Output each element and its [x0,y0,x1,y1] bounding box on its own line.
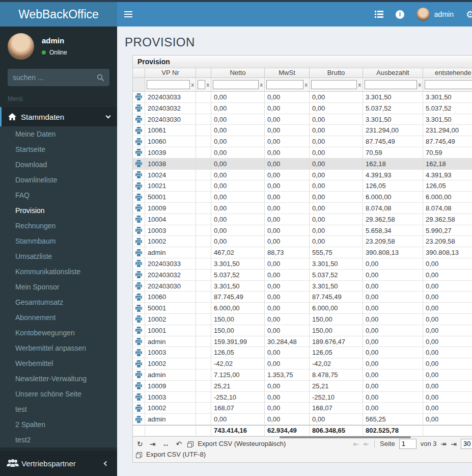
print-button[interactable] [133,369,145,381]
filter-input[interactable] [213,80,259,89]
sidebar-toggle-button[interactable] [117,2,140,27]
print-button[interactable] [133,225,145,236]
column-header-ausbezahlt[interactable]: Ausbezahlt [363,68,423,78]
sidebar-item-kontobewegungen[interactable]: Kontobewegungen [0,325,117,340]
sidebar-item-stammbaum[interactable]: Stammbaum [0,233,117,249]
table-row[interactable]: 100600,000,000,0087.745,4987.745,49 [133,136,472,147]
sidebar-item-werbemittel[interactable]: Werbemittel [0,356,117,371]
next-page-icon[interactable]: ↠ [441,440,447,447]
sidebar-item-download[interactable]: Download [0,157,117,172]
user-menu[interactable]: admin [417,8,454,21]
print-button[interactable] [133,170,145,181]
table-row[interactable]: 2024030330,000,000,003.301,503.301,50 [133,92,472,103]
sidebar-item-umsatzliste[interactable]: Umsatzliste [0,249,117,264]
sidebar-item-unsere-sch-ne-seite[interactable]: Unsere schöne Seite [0,386,117,402]
undo-icon[interactable]: ↶ [176,440,182,447]
sidebar-item-vertriebspartner[interactable]: Vertriebspartner [0,451,117,476]
print-button[interactable] [133,281,145,292]
print-button[interactable] [133,314,145,325]
sidebar-item-faq[interactable]: FAQ [0,188,117,203]
table-row[interactable]: 2024030303.301,500,003.301,500,000,00 [133,281,472,292]
sidebar-item-provision[interactable]: Provision [0,203,117,218]
table-row[interactable]: 100030,000,000,005.658,345.990,27 [133,225,472,236]
print-button[interactable] [133,303,145,314]
export-icon[interactable] [188,441,193,446]
last-page-icon[interactable]: ⇥ [451,440,457,447]
filter-clear-button[interactable]: x [305,82,308,88]
print-button[interactable] [133,347,145,358]
sidebar-item-test[interactable]: test [0,402,117,417]
print-button[interactable] [133,414,145,425]
table-row[interactable]: 100610,000,000,00231.294,00231.294,00 [133,125,472,136]
filter-clear-button[interactable]: x [260,82,263,88]
print-button[interactable] [133,247,145,258]
table-row[interactable]: admin467,0288,73555,75390.808,13390.808,… [133,247,472,258]
search-icon[interactable] [97,74,104,82]
export-csv-west-button[interactable]: Export CSV (Westeuropäisch) [198,440,286,447]
filter-clear-button[interactable]: x [191,82,195,88]
filter-clear-button[interactable]: x [419,82,422,88]
print-button[interactable] [133,114,145,125]
print-button[interactable] [133,192,145,203]
sidebar-item-stammdaten[interactable]: Stammdaten [0,107,117,126]
horizontal-scrollbar[interactable] [280,436,411,438]
table-row[interactable]: 10002-42,020,00-42,020,000,00 [133,358,472,369]
column-header-brutto[interactable]: Brutto [310,68,363,78]
pin-columns-icon[interactable]: ⇥ [150,440,156,447]
export-icon[interactable] [137,452,142,457]
print-button[interactable] [133,158,145,170]
column-header-netto[interactable]: Netto [211,68,265,78]
filter-clear-button[interactable]: x [207,82,210,88]
column-header-vp-nr[interactable]: VP Nr [145,68,196,78]
table-row[interactable]: 10003126,050,00126,050,000,00 [133,347,472,358]
table-row[interactable]: 100240,000,000,004.391,934.391,93 [133,170,472,181]
sidebar-item-abonnement[interactable]: Abonnement [0,310,117,325]
table-row[interactable]: 1000925,210,0025,210,000,00 [133,381,472,392]
print-button[interactable] [133,258,145,270]
print-button[interactable] [133,136,145,147]
page-number-input[interactable] [399,439,417,449]
table-row[interactable]: admin0,000,000,00565,250,00 [133,414,472,425]
print-button[interactable] [133,336,145,348]
print-button[interactable] [133,180,145,192]
print-button[interactable] [133,92,145,103]
table-row[interactable]: 2024030325.037,520,005.037,520,000,00 [133,270,472,281]
print-button[interactable] [133,292,145,303]
info-icon[interactable]: i [396,10,404,19]
first-page-icon[interactable]: ⇤ [353,440,359,447]
filter-input[interactable] [311,80,357,89]
print-button[interactable] [133,103,145,114]
search-input[interactable] [13,73,97,82]
filter-input[interactable] [425,80,472,89]
export-csv-utf8-button[interactable]: Export CSV (UTF-8) [146,451,206,458]
table-row[interactable]: 10002168,070,00168,070,000,00 [133,403,472,414]
table-row[interactable]: admin7.125,001.353,758.478,750,000,00 [133,369,472,381]
table-row[interactable]: 100020,000,000,0023.209,5823.209,58 [133,236,472,247]
print-button[interactable] [133,147,145,158]
filter-input[interactable] [198,80,205,89]
table-row[interactable]: 2024030300,000,000,003.301,503.301,50 [133,114,472,125]
table-row[interactable]: 1006087.745,490,0087.745,490,000,00 [133,292,472,303]
sidebar-item-rechnungen[interactable]: Rechnungen [0,218,117,233]
prev-page-icon[interactable]: ↞ [363,440,369,447]
table-row[interactable]: 10003-252,100,00-252,100,000,00 [133,392,472,403]
fit-columns-icon[interactable]: ↔ [162,440,169,447]
gear-icon[interactable]: ⚙ [466,9,472,20]
table-row[interactable]: 100090,000,000,008.074,088.074,08 [133,203,472,214]
sidebar-item-kommunikationsliste[interactable]: Kommunikationsliste [0,264,117,279]
print-button[interactable] [133,392,145,403]
table-row[interactable]: 2024030333.301,500,003.301,500,000,00 [133,258,472,270]
table-row[interactable]: 100040,000,000,0029.362,5829.362,58 [133,214,472,225]
print-button[interactable] [133,325,145,336]
table-row[interactable]: 10002150,000,00150,000,000,00 [133,314,472,325]
column-header-entstehende-a[interactable]: entstehende A [423,68,472,78]
table-row[interactable]: 100390,000,000,0070,5970,59 [133,147,472,158]
print-button[interactable] [133,236,145,247]
page-size-select[interactable]: 30 [461,439,472,449]
list-icon[interactable] [375,11,383,18]
print-button[interactable] [133,203,145,214]
sidebar-item-startseite[interactable]: Startseite [0,142,117,157]
filter-input[interactable] [147,80,190,89]
table-row[interactable]: 100210,000,000,00126,05126,05 [133,180,472,192]
print-button[interactable] [133,358,145,369]
